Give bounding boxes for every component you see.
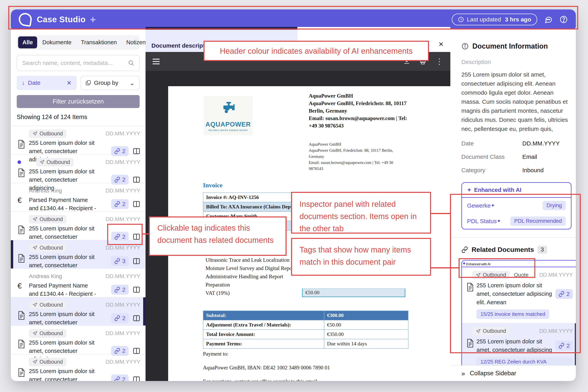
document-icon — [17, 139, 29, 148]
faucet-icon — [219, 100, 238, 119]
outbound-badge: Outbound — [29, 301, 66, 309]
euro-icon: € — [17, 196, 29, 205]
item-title: 255 Lorem ipsum dolor sit amet, consecte… — [29, 253, 97, 270]
item-date: DD.MM.YYYY — [106, 216, 140, 222]
more-options-button[interactable]: ⋮ — [435, 57, 443, 66]
document-icon — [17, 367, 29, 377]
item-date: DD.MM.YYYY — [106, 244, 140, 251]
split-view-icon[interactable] — [133, 376, 140, 381]
outbound-badge: Outbound — [29, 329, 66, 338]
inspector-title: Document Information — [472, 42, 548, 50]
search-input[interactable] — [22, 60, 128, 66]
item-date: DD.MM.YYYY — [106, 302, 140, 308]
field-row: Document ClassEmail — [461, 154, 571, 160]
document-icon — [17, 224, 29, 234]
document-icon — [17, 167, 29, 177]
related-count-badge[interactable]: 2 — [111, 374, 129, 381]
document-list-sidebar: AlleDokumenteTransaktionenNotizen ↓ Date… — [11, 30, 146, 381]
document-list: Outbound DD.MM.YYYY € 255 Lorem ipsum do… — [11, 126, 146, 381]
split-view-icon[interactable] — [133, 286, 140, 294]
annotation-header-rect — [8, 6, 578, 30]
invoice-line-amount: €50.00 — [302, 288, 405, 297]
split-view-icon[interactable] — [133, 347, 140, 355]
related-count-badge[interactable]: 2 — [111, 285, 129, 294]
group-by-select[interactable]: Group by ⌄ — [81, 76, 140, 90]
annotation-clickable-tag-note: Clickable tag indicates this document ha… — [149, 216, 287, 256]
search-box[interactable] — [17, 55, 140, 71]
sort-icon: ↓ — [22, 80, 25, 86]
annotation-connector — [431, 213, 450, 214]
chevron-down-icon: ⌄ — [129, 79, 135, 87]
item-title: Parsed Payment Name and £1340.44 - Recip… — [29, 196, 97, 212]
description-label: Description — [461, 59, 571, 65]
sender-address-block-small: AquaPower GmBHAquaPower GmBH, Friedrichs… — [309, 141, 401, 172]
sender-address-block: AquaPower GmBHAquaPower GmBH, Friedrichs… — [309, 92, 415, 130]
sidebar-tab-dokumente[interactable]: Dokumente — [38, 36, 76, 48]
item-date: DD.MM.YYYY — [106, 359, 140, 365]
invoice-footer-lines: Payment to:AquaPower GmBH, IBAN: DE42 10… — [203, 347, 330, 381]
item-date: DD.MM.YYYY — [106, 130, 140, 137]
euro-icon: € — [17, 282, 29, 290]
outbound-badge: Outbound — [29, 215, 66, 224]
sort-date-chip[interactable]: ↓ Date ✕ — [17, 76, 77, 90]
annotation-connector — [142, 234, 149, 234]
list-item[interactable]: Andreas King DD.MM.YYYY € Parsed Payment… — [11, 183, 146, 212]
collapse-sidebar-button[interactable]: » Collapse Sidebar — [450, 365, 576, 381]
description-text: 255 Lorem ipsum dolor sit amet, consecte… — [461, 70, 572, 134]
field-row: DateDD.MM.YYYY — [461, 140, 571, 147]
split-view-icon[interactable] — [133, 257, 140, 265]
related-count-badge[interactable]: 2 — [111, 313, 129, 323]
item-date: DD.MM.YYYY — [106, 159, 140, 165]
item-title: 255 Lorem ipsum dolor sit amet, consecte… — [29, 367, 97, 381]
document-icon — [17, 338, 29, 348]
related-count-badge[interactable]: 3 — [111, 256, 129, 266]
results-count: Showing 124 of 124 Items — [17, 114, 140, 126]
list-filter-tabs: AlleDokumenteTransaktionenNotizen — [17, 35, 140, 50]
split-view-icon[interactable] — [133, 314, 140, 322]
unread-dot — [17, 160, 21, 164]
sidebar-toggle-icon[interactable] — [153, 57, 160, 66]
field-row: CategoryInbound — [461, 167, 571, 174]
item-date: DD.MM.YYYY — [106, 273, 140, 280]
search-icon — [128, 60, 135, 66]
split-view-icon[interactable] — [133, 147, 140, 155]
sidebar-tab-transaktionen[interactable]: Transaktionen — [77, 36, 121, 48]
split-view-icon[interactable] — [133, 176, 140, 184]
item-title: 255 Lorem ipsum dolor sit amet, consecte… — [29, 310, 97, 326]
reset-filters-button[interactable]: Filter zurücksetzen — [17, 95, 140, 108]
outbound-badge: Outbound — [29, 358, 66, 366]
collapse-icon: » — [461, 370, 465, 377]
document-icon — [17, 310, 29, 320]
invoice-service-lines: Ultrasonic Trace and Leak LocalizationMo… — [206, 256, 298, 297]
item-title: Parsed Payment Name and £1340.44 - Recip… — [29, 282, 97, 298]
outbound-badge: Outbound — [29, 244, 66, 252]
annotation-related-rect — [450, 194, 581, 353]
split-view-icon[interactable] — [133, 200, 140, 208]
list-item[interactable]: Outbound DD.MM.YYYY € 255 Lorem ipsum do… — [11, 155, 146, 183]
list-item[interactable]: Outbound DD.MM.YYYY € 255 Lorem ipsum do… — [11, 354, 146, 381]
aquapower-logo: AQUAPOWER RELIABLE WATER DAMAGE REPAIR — [204, 96, 253, 136]
item-date: DD.MM.YYYY — [106, 188, 140, 194]
document-icon — [17, 253, 29, 263]
remove-sort-icon[interactable]: ✕ — [67, 80, 72, 86]
sidebar-tab-alle[interactable]: Alle — [18, 36, 37, 48]
annotation-header-note: Header colour indicates availability of … — [204, 41, 429, 61]
outbound-badge: Outbound — [29, 130, 66, 138]
invoice-title: Invoice — [203, 182, 223, 189]
list-item[interactable]: Outbound DD.MM.YYYY € 255 Lorem ipsum do… — [11, 326, 146, 354]
list-item[interactable]: Outbound DD.MM.YYYY € 255 Lorem ipsum do… — [11, 297, 146, 326]
sparkle-icon: ✦ — [467, 187, 471, 193]
info-icon — [461, 42, 469, 50]
group-icon — [85, 80, 91, 86]
annotation-inspector-note: Inspector panel with related documents s… — [291, 192, 431, 234]
list-item[interactable]: Andreas King DD.MM.YYYY € Parsed Payment… — [11, 269, 146, 297]
invoice-totals-table: Subtotal:€300.00Adjustment (Extra Travel… — [203, 310, 408, 349]
annotation-tags-note: Tags that show how many items match in t… — [291, 238, 431, 276]
list-item[interactable]: Outbound DD.MM.YYYY € 255 Lorem ipsum do… — [11, 126, 146, 155]
item-date: DD.MM.YYYY — [106, 330, 140, 336]
related-count-badge[interactable]: 2 — [111, 199, 129, 209]
close-tab-icon[interactable]: ✕ — [438, 40, 444, 48]
annotation-tag-rect — [107, 224, 143, 245]
outbound-badge: Outbound — [36, 158, 73, 166]
